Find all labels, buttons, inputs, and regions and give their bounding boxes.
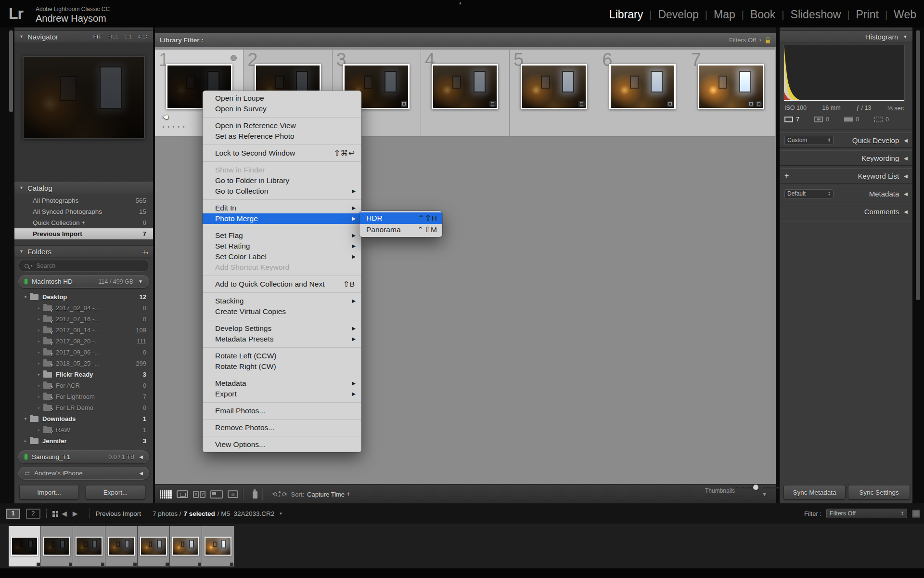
- filmstrip-status[interactable]: 7 photos / 7 selected / M5_32A2033.CR2 ▾: [153, 510, 282, 517]
- filmstrip-cell-3[interactable]: [73, 526, 105, 566]
- disclosure-closed-icon[interactable]: ▸: [37, 372, 41, 377]
- folder-row-2017-08-20[interactable]: ▸?2017_08_20 -...111: [14, 336, 153, 347]
- slider-knob[interactable]: [753, 485, 758, 490]
- compare-view-icon[interactable]: XY: [193, 491, 205, 498]
- menu-item-open-in-loupe[interactable]: Open in Loupe: [203, 93, 361, 104]
- folder-row-2017-02-04[interactable]: ▸?2017_02_04 -...0: [14, 302, 153, 314]
- go-forward-icon[interactable]: ▶: [73, 510, 78, 517]
- painter-tool-icon[interactable]: [253, 490, 257, 499]
- survey-view-icon[interactable]: [210, 490, 223, 499]
- filmstrip-photo[interactable]: [109, 538, 134, 555]
- filter-toggle-button[interactable]: [912, 510, 920, 518]
- grid-cell-4[interactable]: 4: [421, 50, 510, 137]
- menu-item-rotate-right-cw[interactable]: Rotate Right (CW): [203, 361, 361, 372]
- volume-disclosure-icon[interactable]: ▼: [138, 279, 143, 284]
- filter-dropdown[interactable]: Filters Off ▲▼: [826, 509, 907, 518]
- filmstrip-cell-5[interactable]: [138, 526, 170, 566]
- disclosure-closed-icon[interactable]: ▸: [37, 406, 41, 410]
- folder-row-jennifer[interactable]: ▸Jennifer3: [14, 435, 153, 447]
- preset-dropdown[interactable]: Default▲▼: [784, 189, 834, 198]
- disclosure-closed-icon[interactable]: ▸: [37, 328, 41, 332]
- folder-row-2017-09-06[interactable]: ▸?2017_09_06 -...0: [14, 347, 153, 358]
- photo-thumbnail[interactable]: [611, 66, 674, 108]
- folder-row-flickr-ready[interactable]: ▸Flickr Ready3: [14, 369, 153, 380]
- disclosure-closed-icon[interactable]: ▸: [37, 361, 41, 366]
- grid-view-icon[interactable]: [160, 490, 172, 499]
- menu-item-go-to-folder-in-library[interactable]: Go to Folder in Library: [203, 175, 361, 186]
- volume-macintosh-hd[interactable]: Macintosh HD 114 / 499 GB ▼: [18, 275, 149, 288]
- menu-item-set-rating[interactable]: Set Rating▶: [203, 241, 361, 251]
- filmstrip-cell-1[interactable]: [9, 526, 41, 566]
- quick-collection-circle-icon[interactable]: [231, 55, 237, 61]
- folder-search-input[interactable]: [36, 262, 134, 270]
- loupe-view-icon[interactable]: [177, 490, 188, 498]
- left-scrollbar[interactable]: [9, 30, 13, 112]
- filmstrip-photo[interactable]: [141, 538, 166, 555]
- filmstrip-photo[interactable]: [77, 538, 102, 555]
- navigator-preview-photo[interactable]: [23, 56, 145, 139]
- top-panel-toggle-icon[interactable]: ▲: [458, 0, 462, 5]
- disclosure-closed-icon[interactable]: ▸: [37, 383, 41, 388]
- menu-item-go-to-collection[interactable]: Go to Collection▶: [203, 186, 361, 197]
- module-map[interactable]: Map: [714, 8, 735, 21]
- catalog-item-quick-collection[interactable]: Quick Collection +0: [14, 217, 153, 228]
- module-library[interactable]: Library: [609, 8, 643, 21]
- menu-item-lock-to-second-window[interactable]: Lock to Second Window⇧⌘↩: [203, 148, 361, 158]
- device-andrews-iphone[interactable]: ⇄ Andrew's iPhone ◀: [18, 467, 149, 480]
- develop-badge-icon[interactable]: [667, 101, 673, 107]
- grid-view-shortcut-icon[interactable]: [52, 511, 55, 513]
- menu-item-rotate-left-ccw[interactable]: Rotate Left (CCW): [203, 351, 361, 361]
- filmstrip-photo[interactable]: [44, 538, 69, 555]
- menu-item-open-in-reference-view[interactable]: Open in Reference View: [203, 120, 361, 131]
- import-button[interactable]: Import...: [19, 485, 79, 499]
- navigator-zoom-fill[interactable]: FILL: [107, 34, 118, 39]
- toolbar-options-icon[interactable]: ▼: [762, 491, 767, 497]
- volume-disclosure-icon[interactable]: ◀: [139, 454, 143, 460]
- catalog-item-all-photographs[interactable]: All Photographs565: [14, 195, 153, 206]
- menu-item-view-options[interactable]: View Options...: [203, 439, 361, 450]
- sync-metadata-button[interactable]: Sync Metadata: [783, 485, 846, 499]
- menu-item-set-color-label[interactable]: Set Color Label▶: [203, 251, 361, 262]
- folder-row-downloads[interactable]: ▼Downloads1: [14, 413, 153, 424]
- navigator-zoom-fit[interactable]: FIT: [93, 34, 102, 39]
- menu-item-metadata[interactable]: Metadata▶: [203, 378, 361, 389]
- develop-badge-icon[interactable]: [756, 101, 762, 107]
- lock-icon[interactable]: [765, 37, 771, 44]
- catalog-item-previous-import[interactable]: Previous Import7: [14, 228, 153, 239]
- folder-row-for-lightroom[interactable]: ▸?For Lightroom7: [14, 391, 153, 402]
- add-folder-icon[interactable]: +▾: [142, 248, 148, 256]
- preset-dropdown[interactable]: Custom▲▼: [784, 136, 834, 145]
- filmstrip-photo[interactable]: [173, 538, 198, 555]
- right-scrollbar[interactable]: [916, 30, 920, 300]
- volume-samsung-t1[interactable]: Samsung_T1 0.0 / 1 TB ◀: [18, 450, 149, 463]
- export-button[interactable]: Export...: [86, 485, 145, 499]
- menu-item-edit-in[interactable]: Edit In▶: [203, 203, 361, 213]
- develop-badge-icon[interactable]: [489, 101, 496, 107]
- develop-badge-icon[interactable]: [401, 101, 407, 107]
- folder-row-desktop[interactable]: ▼Desktop12: [14, 291, 153, 302]
- catalog-item-all-synced-photographs[interactable]: All Synced Photographs15: [14, 206, 153, 217]
- folder-row-2018-05-25[interactable]: ▸?2018_05_25 -...299: [14, 358, 153, 369]
- menu-item-remove-photos[interactable]: Remove Photos...: [203, 422, 361, 433]
- second-window-button[interactable]: 2: [26, 509, 40, 519]
- filmstrip-photo[interactable]: [12, 538, 37, 555]
- filmstrip-cell-6[interactable]: [170, 526, 202, 566]
- disclosure-closed-icon[interactable]: ▸: [37, 394, 41, 399]
- filmstrip-source[interactable]: Previous Import: [96, 510, 141, 517]
- menu-item-add-to-quick-collection-and-next[interactable]: Add to Quick Collection and Next⇧B: [203, 279, 361, 289]
- navigator-zoom-4-1[interactable]: 4:1: [138, 34, 145, 39]
- device-disclosure-icon[interactable]: ◀: [139, 471, 143, 476]
- submenu-item-panorama[interactable]: Panorama⌃⇧M: [359, 224, 442, 236]
- photo-thumbnail[interactable]: [433, 66, 497, 108]
- zoom-stepper-icon[interactable]: ▲▼: [145, 34, 148, 39]
- menu-item-open-in-survey[interactable]: Open in Survey: [203, 104, 361, 114]
- sort-direction-icon[interactable]: ⟲AZ⟳: [272, 490, 287, 498]
- section-header-metadata[interactable]: Default▲▼Metadata◀: [780, 186, 912, 201]
- section-header-keywording[interactable]: Keywording◀: [780, 151, 912, 165]
- disclosure-open-icon[interactable]: ▼: [23, 417, 28, 421]
- main-window-button[interactable]: 1: [6, 509, 20, 519]
- grid-cell-6[interactable]: 6: [598, 50, 687, 137]
- module-web[interactable]: Web: [894, 8, 916, 21]
- folder-row-raw[interactable]: ▸?RAW1: [14, 424, 153, 435]
- add-keyword-icon[interactable]: +: [784, 171, 789, 180]
